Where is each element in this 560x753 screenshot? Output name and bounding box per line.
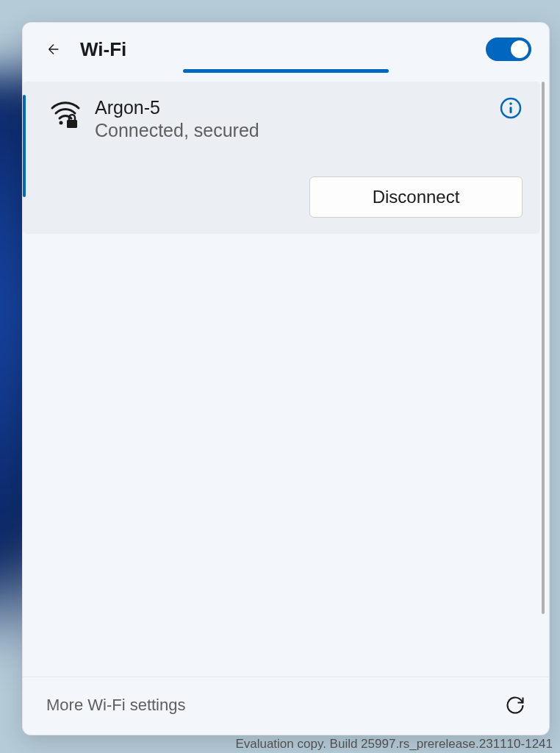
info-icon [499,96,523,120]
network-actions: Disconnect [49,176,523,218]
toggle-knob [511,40,528,58]
wifi-secured-icon [49,96,82,129]
network-row: Argon-5 Connected, secured [49,96,523,141]
scrollbar[interactable] [542,82,545,614]
panel-title: Wi-Fi [80,38,486,61]
network-name: Argon-5 [95,96,499,118]
refresh-icon [505,695,525,715]
svg-point-0 [60,121,63,125]
svg-point-3 [509,102,512,105]
wifi-toggle[interactable] [486,38,531,61]
svg-rect-1 [67,120,77,128]
back-button[interactable] [40,36,67,63]
evaluation-watermark: Evaluation copy. Build 25997.rs_prerelea… [235,737,553,752]
refresh-button[interactable] [502,692,528,718]
network-list: Argon-5 Connected, secured Disconnect [23,82,549,677]
back-arrow-icon [46,41,62,57]
more-wifi-settings-link[interactable]: More Wi-Fi settings [46,696,185,715]
network-item-connected[interactable]: Argon-5 Connected, secured Disconnect [23,82,540,234]
wifi-flyout-panel: Wi-Fi Argon-5 [22,22,550,735]
panel-footer: More Wi-Fi settings [23,677,549,735]
scanning-progress-bar [183,69,389,73]
network-status: Connected, secured [95,120,499,141]
panel-header: Wi-Fi [23,23,549,68]
network-info: Argon-5 Connected, secured [95,96,499,141]
network-properties-button[interactable] [499,96,523,120]
svg-rect-4 [510,107,512,113]
disconnect-button[interactable]: Disconnect [309,176,523,218]
